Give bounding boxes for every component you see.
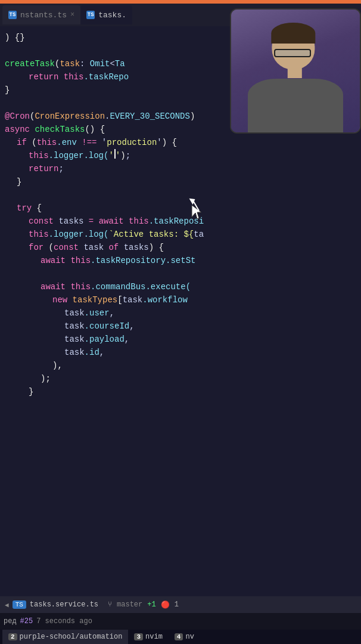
tab-constants[interactable]: TS nstants.ts × [2, 5, 80, 24]
code-line-commandbus: await this.commandBus.execute( [5, 280, 361, 293]
taskbar-label-4: nv [185, 633, 194, 641]
taskbar: 2 purple-school/automation 3 nvim 4 nv [0, 630, 361, 644]
code-line-for: for (const task of tasks) { [5, 241, 361, 254]
webcam-video [231, 10, 360, 132]
code-line-blank3 [5, 188, 361, 202]
status-bar: ◀ TS tasks.service.ts ⑂ master +1 🔴 1 [0, 596, 361, 613]
code-line-close-paren-semi: ); [5, 372, 361, 385]
taskbar-item-3[interactable]: 3 nvim [128, 630, 168, 644]
code-line-close-for: } [5, 385, 361, 398]
status-plus: +1 [147, 600, 155, 609]
status-arrow: ◀ [5, 601, 9, 609]
taskbar-label-3: nvim [145, 633, 163, 641]
status-left: ◀ TS tasks.service.ts [5, 600, 98, 609]
commit-time: 7 seconds ago [36, 617, 92, 626]
code-line-close-if: } [5, 175, 361, 188]
code-line-blank4 [5, 267, 361, 280]
status-circle: 🔴 [161, 600, 170, 609]
code-line-close-paren-comma: ), [5, 359, 361, 372]
status-right: ⑂ master +1 🔴 1 [108, 600, 179, 609]
code-line-new-tasktypes: new taskTypes[task.workflow [5, 293, 361, 306]
git-icon: ⑂ [108, 600, 112, 609]
taskbar-num-4: 4 [175, 633, 183, 640]
taskbar-item-2[interactable]: 2 purple-school/automation [2, 630, 128, 644]
code-line-setst: await this.taskRepository.setSt [5, 254, 361, 267]
code-line-try: try { [5, 202, 361, 215]
commit-issue: #25 [20, 617, 33, 626]
status-filename: tasks.service.ts [30, 600, 98, 609]
code-line-task-courseid: task.courseId, [5, 320, 361, 333]
status-circle-count: 1 [175, 600, 179, 609]
taskbar-num-3: 3 [134, 633, 143, 640]
code-line-logger-log: this.logger.log(''); [5, 149, 361, 162]
ts-badge: TS [13, 600, 26, 609]
tab-tasks[interactable]: TS tasks. [80, 5, 132, 24]
code-line-task-payload: task.payload, [5, 333, 361, 346]
tab-tasks-label: tasks. [98, 11, 126, 20]
commit-prefix: ред [4, 617, 17, 626]
code-line-const-tasks: const tasks = await this.taskReposi [5, 215, 361, 228]
webcam-overlay [230, 8, 361, 134]
code-line-task-user: task.user, [5, 306, 361, 320]
code-line-if: if (this.env !== 'production') { [5, 136, 361, 149]
code-line-logger-active: this.logger.log(`Active tasks: ${ta [5, 228, 361, 241]
taskbar-num-2: 2 [8, 633, 17, 640]
taskbar-item-4[interactable]: 4 nv [169, 630, 200, 644]
commit-bar: ред #25 7 seconds ago [0, 613, 361, 630]
taskbar-label-2: purple-school/automation [20, 633, 123, 641]
ts-icon-constants: TS [8, 11, 17, 19]
code-line-return: return; [5, 162, 361, 175]
tab-constants-label: nstants.ts [20, 11, 67, 20]
code-line-task-id: task.id, [5, 346, 361, 359]
tab-constants-close[interactable]: × [70, 11, 74, 19]
ts-icon-tasks: TS [86, 11, 95, 19]
status-git-branch: master [117, 600, 142, 609]
